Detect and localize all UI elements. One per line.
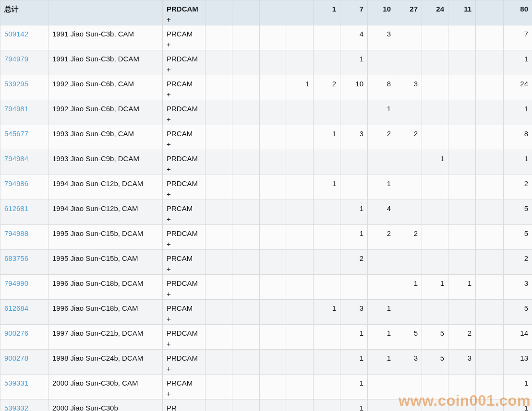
count-cell: 3	[340, 125, 368, 150]
count-cell	[395, 175, 422, 200]
count-cell	[422, 300, 448, 325]
count-cell	[232, 125, 260, 150]
count-cell: 1	[368, 175, 395, 200]
coin-code: PR+	[163, 399, 206, 411]
count-cell	[287, 150, 314, 175]
count-cell	[206, 150, 232, 175]
count-cell	[260, 375, 287, 399]
coin-id-link[interactable]: 683756	[4, 254, 28, 262]
coin-id-link[interactable]: 900276	[4, 329, 28, 337]
coin-description: 1994 Jiao Sun-C12b, DCAM	[48, 175, 163, 200]
count-cell	[232, 250, 260, 275]
id-cell: 900276	[0, 325, 48, 350]
count-cell	[448, 225, 476, 250]
coin-code: PRDCAM+	[163, 50, 206, 75]
count-cell	[476, 50, 504, 75]
coin-id-link[interactable]: 794984	[4, 154, 28, 163]
id-cell: 794981	[0, 100, 48, 125]
table-row: 5091421991 Jiao Sun-C3b, CAMPRCAM+437	[0, 25, 532, 50]
count-cell	[340, 100, 368, 125]
count-cell: 5	[422, 350, 448, 375]
count-cell	[260, 75, 287, 100]
count-cell: 5	[395, 325, 422, 350]
count-cell	[314, 150, 340, 175]
count-cell	[476, 25, 504, 50]
count-cell: 1	[340, 200, 368, 225]
row-total: 5	[504, 300, 532, 325]
count-cell	[422, 225, 448, 250]
grand-total-header: 总计 PRDCAM+ 1 7 10 27 24 11 80	[0, 0, 532, 25]
count-cell	[260, 50, 287, 75]
count-cell: 3	[368, 25, 395, 50]
count-cell	[260, 225, 287, 250]
count-cell	[232, 375, 260, 399]
coin-id-link[interactable]: 794979	[4, 55, 28, 63]
coin-id-link[interactable]: 794988	[4, 229, 28, 237]
count-cell	[206, 25, 232, 50]
grand-total-value: 24	[422, 0, 448, 25]
count-cell	[448, 75, 476, 100]
count-cell: 1	[368, 100, 395, 125]
coin-id-link[interactable]: 794990	[4, 279, 28, 287]
coin-code: PRCAM+	[163, 75, 206, 100]
count-cell	[287, 225, 314, 250]
coin-id-link[interactable]: 612684	[4, 304, 28, 312]
coin-id-link[interactable]: 539332	[4, 404, 28, 411]
count-cell	[476, 125, 504, 150]
grand-total-row: 总计 PRDCAM+ 1 7 10 27 24 11 80	[0, 0, 532, 25]
count-cell	[314, 275, 340, 300]
count-cell	[340, 175, 368, 200]
table-row: 6837561995 Jiao Sun-C15b, CAMPRCAM+22	[0, 250, 532, 275]
table-row: 7949881995 Jiao Sun-C15b, DCAMPRDCAM+122…	[0, 225, 532, 250]
count-cell: 1	[314, 175, 340, 200]
count-cell	[314, 25, 340, 50]
coin-id-link[interactable]: 900278	[4, 354, 28, 362]
coin-code: PRCAM+	[163, 250, 206, 275]
count-cell	[395, 50, 422, 75]
count-cell	[287, 399, 314, 411]
id-cell: 539295	[0, 75, 48, 100]
count-cell	[448, 200, 476, 225]
coin-id-link[interactable]: 545677	[4, 129, 28, 138]
grand-total-code: PRDCAM+	[163, 0, 206, 25]
id-cell: 683756	[0, 250, 48, 275]
id-cell: 539332	[0, 399, 48, 411]
row-total: 1	[504, 150, 532, 175]
coin-description: 1997 Jiao Sun-C21b, DCAM	[48, 325, 163, 350]
count-cell	[314, 100, 340, 125]
grand-total-label: 总计	[0, 0, 48, 25]
count-cell	[287, 350, 314, 375]
grand-total-value: 1	[314, 0, 340, 25]
count-cell: 1	[422, 275, 448, 300]
coin-id-link[interactable]: 794981	[4, 105, 28, 113]
count-cell	[206, 100, 232, 125]
count-cell	[287, 200, 314, 225]
count-cell	[260, 25, 287, 50]
count-cell	[476, 175, 504, 200]
count-cell	[260, 200, 287, 225]
count-cell	[206, 375, 232, 399]
coin-id-link[interactable]: 509142	[4, 30, 28, 38]
grand-total-desc-cell	[48, 0, 163, 25]
row-total: 7	[504, 25, 532, 50]
id-cell: 612681	[0, 200, 48, 225]
id-cell: 900278	[0, 350, 48, 375]
grand-total-value: 11	[448, 0, 476, 25]
coin-id-link[interactable]: 794986	[4, 179, 28, 188]
count-cell	[206, 325, 232, 350]
coin-id-link[interactable]: 539331	[4, 379, 28, 387]
count-cell	[368, 50, 395, 75]
table-row: 5456771993 Jiao Sun-C9b, CAMPRCAM+13228	[0, 125, 532, 150]
count-cell: 1	[287, 75, 314, 100]
grand-total-value	[287, 0, 314, 25]
count-cell	[287, 250, 314, 275]
id-cell: 794988	[0, 225, 48, 250]
table-row: 5393312000 Jiao Sun-C30b, CAMPRCAM+11	[0, 375, 532, 399]
count-cell	[368, 150, 395, 175]
count-cell	[232, 399, 260, 411]
coin-id-link[interactable]: 612681	[4, 204, 28, 212]
coin-description: 1994 Jiao Sun-C12b, CAM	[48, 200, 163, 225]
id-cell: 794990	[0, 275, 48, 300]
table-row: 7949811992 Jiao Sun-C6b, DCAMPRDCAM+11	[0, 100, 532, 125]
coin-id-link[interactable]: 539295	[4, 80, 28, 88]
